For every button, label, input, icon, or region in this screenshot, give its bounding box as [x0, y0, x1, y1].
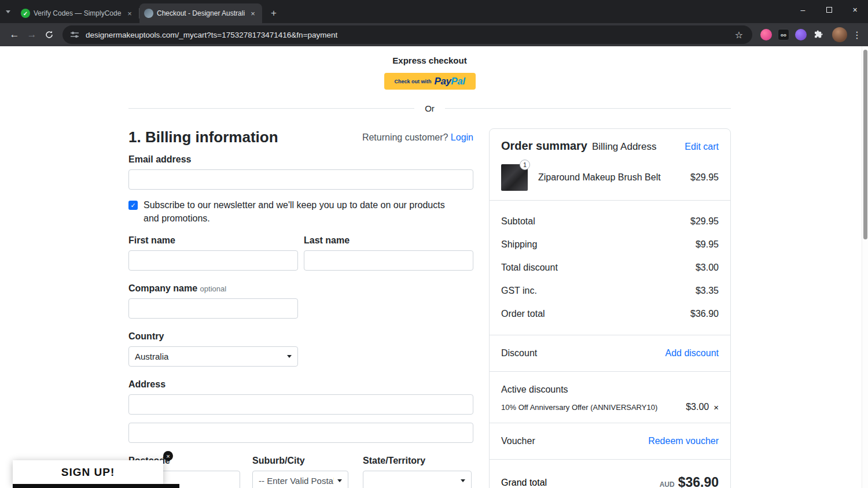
redeem-voucher-link[interactable]: Redeem voucher: [648, 436, 719, 446]
tab-simplycodes[interactable]: ✓ Verify Codes — SimplyCodes ×: [16, 3, 139, 23]
row-label: Shipping: [501, 239, 537, 250]
summary-row-subtotal: Subtotal $29.95: [501, 210, 719, 233]
tab-close-icon[interactable]: ×: [248, 9, 258, 18]
edit-cart-link[interactable]: Edit cart: [685, 142, 719, 152]
newsletter-label[interactable]: Subscribe to our newsletter and we'll ke…: [144, 199, 459, 225]
grand-total-row: Grand total AUD $36.90: [501, 469, 719, 488]
profile-avatar[interactable]: [832, 27, 847, 42]
company-label: Company name optional: [128, 283, 473, 294]
minimize-button[interactable]: –: [790, 0, 816, 20]
country-selected-value: Australia: [135, 352, 284, 361]
bookmark-star-icon[interactable]: ☆: [731, 29, 746, 40]
or-divider: Or: [128, 103, 731, 113]
country-select[interactable]: Australia: [128, 346, 298, 367]
order-summary-card: Order summary Billing Address Edit cart …: [489, 128, 731, 488]
company-field[interactable]: [128, 298, 298, 319]
address-line1-field[interactable]: [128, 394, 473, 415]
currency-code: AUD: [660, 480, 675, 488]
divider: [490, 459, 730, 460]
suburb-placeholder: -- Enter Valid Postal Cc: [259, 476, 334, 486]
row-label: Subtotal: [501, 216, 535, 227]
summary-row-total-discount: Total discount $3.00: [501, 256, 719, 279]
forward-button[interactable]: →: [23, 26, 41, 43]
discount-label: Discount: [501, 348, 537, 358]
state-select[interactable]: [363, 471, 472, 488]
billing-form: 1. Billing information Returning custome…: [128, 128, 473, 488]
extensions-puzzle-icon[interactable]: [812, 29, 824, 40]
login-link[interactable]: Login: [451, 132, 473, 142]
divider-line: [445, 108, 731, 109]
extension-dark-icon[interactable]: oo: [778, 29, 789, 40]
summary-row-gst: GST inc. $3.35: [501, 279, 719, 302]
suburb-label: Suburb/City: [252, 456, 348, 466]
product-name: Ziparound Makeup Brush Belt: [538, 172, 661, 183]
add-discount-link[interactable]: Add discount: [665, 348, 719, 358]
returning-customer-text: Returning customer? Login: [362, 132, 473, 143]
tab-search-button[interactable]: [0, 0, 16, 23]
active-discount-row: 10% Off Anniversary Offer (ANNIVERSARY10…: [501, 398, 719, 413]
url-text[interactable]: designermakeuptools.com/_mycart?ts=17532…: [86, 31, 731, 39]
row-value: $36.90: [690, 309, 719, 319]
maximize-button[interactable]: [816, 0, 842, 20]
remove-discount-icon[interactable]: ×: [713, 403, 719, 412]
signup-popup[interactable]: SIGN UP!: [13, 460, 163, 485]
reload-icon: [45, 30, 54, 39]
tab-close-icon[interactable]: ×: [125, 9, 134, 18]
voucher-label: Voucher: [501, 436, 535, 446]
address-line2-field[interactable]: [128, 423, 473, 443]
email-label: Email address: [128, 154, 473, 165]
chevron-down-icon: [337, 479, 342, 482]
chevron-down-icon: [461, 479, 465, 482]
summary-row-shipping: Shipping $9.95: [501, 233, 719, 256]
tab-title: Checkout - Designer Australia F: [157, 9, 245, 17]
reload-button[interactable]: [41, 26, 58, 43]
divider: [490, 423, 730, 423]
express-checkout-section: Express checkout Check out with PayPal: [128, 56, 731, 90]
cart-item-row: 1 Ziparound Makeup Brush Belt $29.95: [501, 164, 719, 191]
checkout-page: Express checkout Check out with PayPal O…: [0, 46, 868, 488]
product-thumbnail: 1: [501, 164, 528, 191]
active-discounts-label: Active discounts: [501, 385, 568, 395]
active-discounts-header: Active discounts: [501, 381, 719, 398]
suburb-select[interactable]: -- Enter Valid Postal Cc: [252, 471, 348, 488]
tab-checkout[interactable]: Checkout - Designer Australia F ×: [139, 3, 262, 23]
extension-purple-icon[interactable]: [795, 29, 807, 40]
new-tab-button[interactable]: +: [266, 5, 282, 21]
back-button[interactable]: ←: [6, 26, 23, 43]
state-label: State/Territory: [363, 456, 472, 466]
first-name-label: First name: [128, 235, 298, 246]
billing-address-subtitle: Billing Address: [592, 141, 657, 153]
grand-total-amount: $36.90: [678, 475, 719, 488]
company-label-text: Company name: [128, 283, 197, 293]
scrollbar-thumb[interactable]: [863, 50, 867, 239]
browser-menu-icon[interactable]: ⋮: [852, 29, 862, 40]
window-controls: – ×: [790, 0, 868, 23]
email-field[interactable]: [128, 169, 473, 190]
site-info-icon[interactable]: [68, 30, 81, 39]
divider: [490, 335, 730, 335]
signup-title: SIGN UP!: [61, 466, 115, 479]
close-window-button[interactable]: ×: [842, 0, 868, 20]
first-name-field[interactable]: [128, 250, 298, 271]
voucher-row: Voucher Redeem voucher: [501, 432, 719, 450]
address-label: Address: [128, 379, 473, 390]
paypal-checkout-button[interactable]: Check out with PayPal: [384, 73, 476, 90]
paypal-button-text: Check out with: [395, 79, 432, 84]
page-scrollbar[interactable]: [862, 46, 868, 488]
tab-strip: ✓ Verify Codes — SimplyCodes × Checkout …: [0, 0, 868, 23]
popup-close-button[interactable]: ×: [163, 451, 173, 461]
check-icon: ✓: [130, 202, 135, 209]
chevron-down-icon: [6, 10, 10, 13]
last-name-field[interactable]: [304, 250, 473, 271]
paypal-logo: Pay: [435, 76, 451, 87]
browser-toolbar: ← → designermakeuptools.com/_mycart?ts=1…: [0, 23, 868, 46]
chevron-down-icon: [287, 355, 292, 358]
quantity-badge: 1: [520, 160, 530, 170]
newsletter-checkbox[interactable]: ✓: [128, 201, 138, 210]
extension-pink-icon[interactable]: [760, 29, 772, 40]
product-price: $29.95: [690, 172, 719, 183]
row-value: $29.95: [690, 216, 719, 227]
optional-hint: optional: [200, 284, 227, 293]
discount-amount: $3.00: [686, 402, 709, 412]
address-bar[interactable]: designermakeuptools.com/_mycart?ts=17532…: [62, 25, 752, 44]
